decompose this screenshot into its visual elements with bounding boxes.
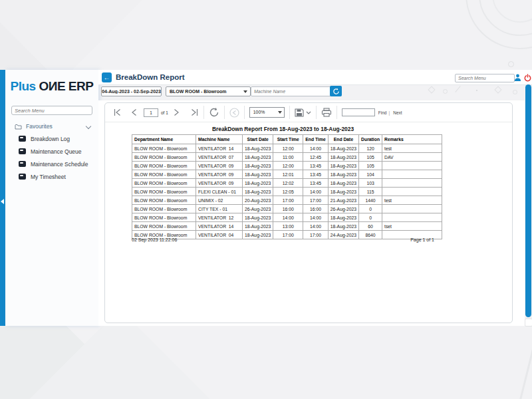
chevron-down-icon[interactable] bbox=[86, 124, 91, 129]
toolbar-separator bbox=[336, 106, 337, 119]
table-cell: BLOW ROOM - Blowroom bbox=[132, 222, 196, 231]
collapse-arrow-icon[interactable] bbox=[1, 199, 4, 204]
report-title: BreakDown Report From 18-Aug-2023 to 18-… bbox=[132, 126, 434, 132]
column-header: Machine Name bbox=[196, 135, 243, 144]
table-cell: BLOW ROOM - Blowroom bbox=[132, 153, 196, 162]
zoom-select[interactable]: 100% bbox=[249, 107, 285, 118]
table-cell: 105 bbox=[359, 162, 382, 170]
page-number-input[interactable] bbox=[144, 108, 158, 117]
sidebar-item-my-timesheet[interactable]: My Timesheet bbox=[5, 170, 98, 183]
chevron-down-icon bbox=[278, 111, 282, 114]
report-footer: 02 Sep 2023 11:22:06 Page 1 of 1 bbox=[132, 237, 434, 242]
table-cell: BLOW ROOM - Blowroom bbox=[132, 188, 196, 196]
header-bar: ← BreakDown Report bbox=[98, 70, 532, 85]
table-row: BLOW ROOM - BlowroomVENTILATOR 0918-Aug-… bbox=[132, 170, 442, 179]
main-content: of 1 100% bbox=[98, 100, 525, 326]
table-cell: 18-Aug-2023 bbox=[328, 213, 358, 222]
zoom-value: 100% bbox=[253, 110, 265, 114]
save-icon bbox=[295, 108, 304, 117]
last-page-button[interactable] bbox=[190, 105, 199, 120]
back-button[interactable]: ← bbox=[102, 72, 112, 82]
table-cell: 17:00 bbox=[273, 196, 303, 205]
sidebar-item-maintenance-schedule[interactable]: Maintenance Schedule bbox=[5, 158, 98, 170]
table-cell: VENTILATOR 09 bbox=[196, 162, 243, 170]
menu-item-icon bbox=[19, 136, 26, 142]
table-cell: 18-Aug-2023 bbox=[243, 153, 273, 162]
table-cell: test bbox=[382, 196, 442, 205]
report-panel: of 1 100% bbox=[104, 102, 513, 323]
table-cell: 104 bbox=[359, 170, 382, 179]
table-cell: 11:00 bbox=[273, 153, 303, 162]
machine-name-input[interactable] bbox=[251, 86, 332, 96]
table-cell: BLOW ROOM - Blowroom bbox=[132, 179, 196, 188]
background-shape bbox=[508, 61, 514, 67]
table-cell: 18-Aug-2023 bbox=[243, 144, 273, 153]
report-page-label: Page 1 of 1 bbox=[410, 237, 434, 242]
table-cell: 21-Aug-2023 bbox=[328, 196, 358, 205]
menu-search-input[interactable] bbox=[455, 74, 515, 82]
scrollbar-thumb[interactable] bbox=[525, 84, 531, 317]
next-page-button[interactable] bbox=[174, 105, 180, 120]
table-cell: 18-Aug-2023 bbox=[328, 179, 358, 188]
chevron-down-icon bbox=[243, 90, 247, 93]
table-row: BLOW ROOM - BlowroomVENTILATOR 0718-Aug-… bbox=[132, 153, 442, 162]
chevron-down-icon bbox=[306, 111, 311, 114]
table-cell: VENTILATOR 09 bbox=[196, 170, 243, 179]
table-cell: 0 bbox=[359, 205, 382, 213]
find-next-separator: | bbox=[389, 110, 390, 115]
menu-item-icon bbox=[19, 174, 26, 180]
find-text-input[interactable] bbox=[342, 108, 375, 116]
vertical-scrollbar[interactable] bbox=[525, 84, 531, 326]
table-cell: 14:00 bbox=[303, 188, 328, 196]
table-row: BLOW ROOM - BlowroomVENTILATOR 1218-Aug-… bbox=[132, 213, 442, 222]
table-cell: 12:02 bbox=[273, 179, 303, 188]
print-button[interactable] bbox=[321, 105, 332, 120]
table-row: BLOW ROOM - BlowroomVENTILATOR 0918-Aug-… bbox=[132, 162, 442, 170]
export-button[interactable] bbox=[295, 105, 311, 120]
department-select[interactable]: BLOW ROOM - Blowroom bbox=[166, 86, 251, 96]
back-to-parent-button[interactable] bbox=[229, 105, 239, 120]
table-cell: 18-Aug-2023 bbox=[243, 222, 273, 231]
menu-item-icon bbox=[19, 148, 26, 154]
previous-page-button[interactable] bbox=[131, 105, 137, 120]
column-header: End Date bbox=[328, 135, 358, 144]
table-cell: 1440 bbox=[359, 196, 382, 205]
table-row: BLOW ROOM - BlowroomUNIMIX - 0220-Aug-20… bbox=[132, 196, 442, 205]
favourites-group[interactable]: Favourites bbox=[15, 123, 92, 130]
toolbar-separator bbox=[316, 106, 317, 119]
sidebar-collapse-strip[interactable] bbox=[0, 70, 5, 326]
table-row: BLOW ROOM - BlowroomVENTILATOR 1418-Aug-… bbox=[132, 222, 442, 231]
table-cell: 18-Aug-2023 bbox=[328, 188, 358, 196]
user-icon[interactable] bbox=[514, 74, 521, 82]
table-cell: 13:45 bbox=[303, 170, 328, 179]
refresh-report-button[interactable] bbox=[209, 105, 219, 120]
scrollbar-down-button[interactable] bbox=[525, 319, 532, 327]
table-cell: 14:00 bbox=[273, 213, 303, 222]
table-cell: CITY TEX - 01 bbox=[196, 205, 243, 213]
table-row: BLOW ROOM - BlowroomFLEXI CLEAN - 0118-A… bbox=[132, 188, 442, 196]
back-circle-icon bbox=[229, 108, 239, 118]
menu-item-icon bbox=[19, 161, 26, 167]
table-cell: 18-Aug-2023 bbox=[243, 179, 273, 188]
table-cell: 103 bbox=[359, 179, 382, 188]
table-cell: 12:00 bbox=[273, 144, 303, 153]
refresh-filter-button[interactable] bbox=[330, 86, 342, 96]
table-cell bbox=[382, 188, 442, 196]
background-shape bbox=[479, 0, 532, 36]
sidebar-search-input[interactable] bbox=[11, 106, 92, 115]
table-cell: BLOW ROOM - Blowroom bbox=[132, 170, 196, 179]
toolbar-separator bbox=[289, 106, 290, 119]
date-range-input[interactable] bbox=[101, 86, 162, 96]
table-cell: 18-Aug-2023 bbox=[328, 153, 358, 162]
logo-one-erp: OИE ERP bbox=[36, 79, 94, 93]
sidebar-item-breakdown-log[interactable]: Breakdown Log bbox=[5, 132, 98, 145]
sidebar-item-maintenance-queue[interactable]: Maintenance Queue bbox=[5, 145, 98, 158]
table-cell: 18-Aug-2023 bbox=[328, 222, 358, 231]
column-header: Department Name bbox=[132, 135, 196, 144]
sidebar-item-label: Maintenance Schedule bbox=[31, 161, 88, 168]
next-link[interactable]: Next bbox=[393, 110, 402, 115]
find-link[interactable]: Find bbox=[378, 110, 387, 115]
power-icon[interactable] bbox=[524, 74, 531, 82]
table-cell bbox=[382, 205, 442, 213]
first-page-button[interactable] bbox=[113, 105, 122, 120]
